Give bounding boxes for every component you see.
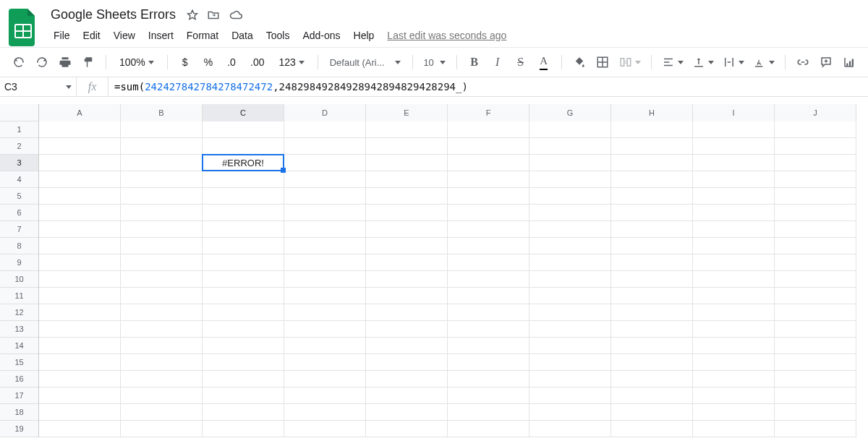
column-header[interactable]: H [611,104,693,121]
menu-addons[interactable]: Add-ons [297,27,346,44]
cell[interactable] [284,387,366,404]
cell[interactable] [775,138,856,155]
cell[interactable] [529,288,611,304]
cell[interactable] [611,421,693,437]
cell[interactable] [693,188,775,205]
cell[interactable] [39,254,121,271]
cell[interactable] [448,371,529,387]
cell[interactable] [284,171,366,188]
cell[interactable] [366,238,448,254]
cell[interactable] [775,271,856,288]
cell[interactable] [121,155,203,171]
cell[interactable] [284,371,366,387]
cell[interactable] [284,238,366,254]
cell[interactable] [39,221,121,238]
formula-bar[interactable]: =sum(242427842784278472472,2482984928492… [109,81,868,93]
menu-format[interactable]: Format [181,27,224,44]
cell[interactable] [693,205,775,221]
redo-button[interactable] [32,52,52,72]
cell[interactable] [693,121,775,138]
cell[interactable] [529,354,611,371]
row-header[interactable]: 7 [0,221,38,238]
cell[interactable] [529,171,611,188]
cell[interactable] [448,288,529,304]
format-currency-button[interactable]: $ [175,52,195,72]
cell[interactable] [366,171,448,188]
cell[interactable] [366,404,448,421]
cell[interactable] [366,221,448,238]
cell[interactable] [693,288,775,304]
cell[interactable] [366,288,448,304]
paint-format-button[interactable] [78,52,98,72]
cell[interactable] [448,387,529,404]
cell[interactable] [203,321,284,338]
cell[interactable] [448,238,529,254]
cell[interactable] [775,238,856,254]
row-header[interactable]: 18 [0,404,38,421]
cell[interactable] [121,404,203,421]
text-rotation-button[interactable] [750,52,778,72]
cell[interactable] [39,321,121,338]
cell[interactable] [611,271,693,288]
column-header[interactable]: E [366,104,448,121]
row-header[interactable]: 10 [0,271,38,288]
cell[interactable] [693,221,775,238]
cell[interactable] [284,338,366,354]
cell[interactable] [693,371,775,387]
cell[interactable] [366,138,448,155]
cell[interactable] [611,121,693,138]
cell[interactable] [529,138,611,155]
cell[interactable] [39,304,121,321]
menu-data[interactable]: Data [226,27,259,44]
cell[interactable] [121,271,203,288]
row-header[interactable]: 1 [0,121,38,138]
row-header[interactable]: 8 [0,238,38,254]
cell[interactable] [121,371,203,387]
cell[interactable] [39,155,121,171]
cell[interactable] [448,188,529,205]
row-header[interactable]: 6 [0,205,38,221]
cell[interactable] [284,271,366,288]
cell[interactable] [203,421,284,437]
row-header[interactable]: 5 [0,188,38,205]
cell[interactable] [203,188,284,205]
menu-file[interactable]: File [48,27,76,44]
cell[interactable] [775,304,856,321]
cell[interactable] [611,338,693,354]
row-header[interactable]: 9 [0,254,38,271]
italic-button[interactable]: I [488,52,508,72]
cell[interactable] [693,138,775,155]
cell[interactable] [693,421,775,437]
cell[interactable] [203,254,284,271]
cell[interactable] [284,288,366,304]
cell[interactable] [39,288,121,304]
cell[interactable] [366,338,448,354]
cell[interactable] [693,354,775,371]
cell[interactable] [284,254,366,271]
cell[interactable] [121,138,203,155]
cell[interactable] [775,254,856,271]
text-wrap-button[interactable] [720,52,747,72]
cell[interactable] [39,421,121,437]
cell[interactable] [448,321,529,338]
cell[interactable] [529,421,611,437]
cell[interactable] [366,321,448,338]
menu-edit[interactable]: Edit [77,27,106,44]
cell[interactable] [611,138,693,155]
column-header[interactable]: B [121,104,203,121]
insert-comment-button[interactable] [816,52,836,72]
cell[interactable] [448,205,529,221]
cell[interactable] [611,288,693,304]
cloud-status-icon[interactable] [228,9,244,22]
cell[interactable] [284,138,366,155]
row-header[interactable]: 3 [0,155,38,171]
cell[interactable] [366,121,448,138]
cell[interactable] [775,121,856,138]
cell[interactable] [203,138,284,155]
cell[interactable] [366,421,448,437]
cell[interactable] [775,354,856,371]
cell[interactable] [775,321,856,338]
cell[interactable] [39,404,121,421]
cell[interactable] [611,304,693,321]
column-header[interactable]: D [284,104,366,121]
